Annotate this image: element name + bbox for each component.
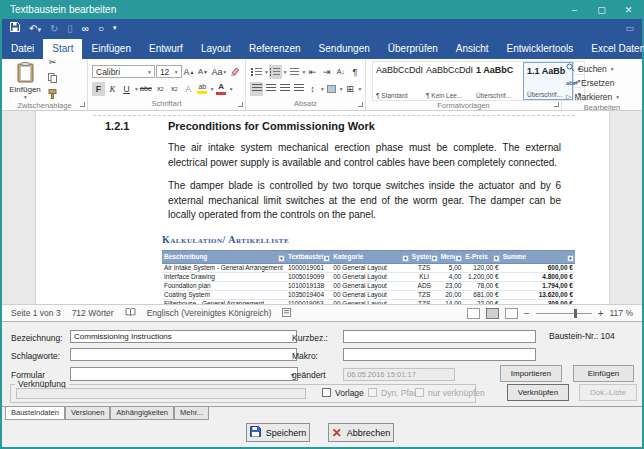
zoom-level[interactable]: 117 %	[610, 308, 633, 318]
bullet-list-icon[interactable]	[250, 65, 263, 79]
ribbon-tab-einf-gen[interactable]: Einfügen	[82, 39, 139, 59]
multilevel-list-icon[interactable]	[288, 65, 301, 79]
circle-icon[interactable]: ○	[98, 23, 104, 34]
ribbon-tab-entwicklertools[interactable]: Entwicklertools	[498, 39, 583, 59]
dialog-launcher-icon[interactable]	[554, 102, 559, 107]
strikethrough-button[interactable]: abc	[139, 82, 153, 96]
save-icon[interactable]	[10, 22, 20, 34]
abbrechen-button[interactable]: ✕ Abbrechen	[328, 423, 394, 442]
dialog-launcher-icon[interactable]	[80, 102, 85, 107]
font-name-combo[interactable]: Calibri▾	[92, 65, 155, 78]
borders-icon[interactable]: ⊞	[344, 82, 357, 96]
line-spacing-icon[interactable]: ↕	[306, 82, 319, 96]
pilcrow-icon[interactable]: ¶	[348, 65, 361, 79]
sort-icon[interactable]: A↓	[334, 65, 347, 79]
format-painter-icon[interactable]	[46, 87, 59, 101]
replace-button[interactable]: ab⇄ Ersetzen	[566, 76, 619, 89]
form-tab-versionen[interactable]: Versionen	[65, 407, 110, 420]
undo-icon[interactable]: ↶▾	[29, 23, 41, 34]
filter-dropdown-icon[interactable]: ▾	[567, 255, 574, 262]
ribbon-tab-entwurf[interactable]: Entwurf	[140, 39, 192, 59]
link-icon[interactable]: ∞	[82, 23, 89, 34]
underline-button[interactable]: U	[120, 82, 133, 96]
importieren-button[interactable]: Importieren	[500, 365, 562, 382]
filter-dropdown-icon[interactable]: ▾	[323, 255, 330, 262]
form-tab-mehr-[interactable]: Mehr...	[174, 407, 209, 420]
close-button[interactable]: ✕	[615, 0, 642, 19]
ribbon-tab-sendungen[interactable]: Sendungen	[310, 39, 379, 59]
cut-icon[interactable]: ✂	[46, 55, 59, 69]
highlight-dropdown-icon[interactable]: ▾	[211, 86, 214, 92]
checkbox-vorlage[interactable]: Vorlage	[322, 388, 364, 398]
schlagworte-input[interactable]	[70, 348, 297, 361]
copy-icon[interactable]	[46, 71, 59, 85]
clear-formatting-icon[interactable]	[228, 65, 241, 79]
read-mode-icon[interactable]	[467, 308, 480, 319]
makro-input[interactable]	[343, 348, 536, 361]
align-center-icon[interactable]	[264, 82, 277, 96]
maximize-button[interactable]: ▢	[588, 0, 615, 19]
filter-dropdown-icon[interactable]: ▾	[278, 255, 285, 262]
proofing-icon[interactable]	[125, 308, 136, 319]
dok-liste-button[interactable]: Dok.-Liste	[579, 384, 637, 401]
redo-icon[interactable]: ↻	[50, 23, 58, 34]
word-count[interactable]: 712 Wörter	[72, 308, 114, 318]
language-indicator[interactable]: Englisch (Vereinigtes Königreich)	[147, 308, 272, 318]
minimize-button[interactable]: –	[561, 0, 588, 19]
filter-dropdown-icon[interactable]: ▾	[493, 255, 500, 262]
filter-dropdown-icon[interactable]: ▾	[431, 255, 438, 262]
zoom-slider[interactable]	[536, 313, 592, 314]
formular-select[interactable]: ▾	[70, 367, 298, 381]
einfuegen-button[interactable]: Einfügen	[573, 365, 634, 382]
font-size-combo[interactable]: 12▾	[156, 65, 182, 78]
change-case-icon[interactable]: Aa▾	[211, 65, 227, 79]
form-tab-bausteindaten[interactable]: Bausteindaten	[5, 407, 65, 420]
new-document-icon[interactable]: ▯	[67, 23, 73, 34]
decrease-indent-icon[interactable]: ⇤	[306, 65, 319, 79]
select-button[interactable]: ▷ Markieren▾	[566, 90, 619, 103]
bold-button[interactable]: F	[92, 82, 105, 96]
style-card-2[interactable]: 1 AaBbCÜberschrif...	[473, 62, 523, 100]
style-card-1[interactable]: AaBbCcDdI¶ Kein Lee...	[423, 62, 473, 100]
ribbon-tab-ansicht[interactable]: Ansicht	[447, 39, 498, 59]
qat-customize-icon[interactable]: ▾	[113, 24, 117, 32]
font-color-button[interactable]: A	[215, 82, 228, 96]
shading-icon[interactable]	[325, 82, 338, 96]
document-page[interactable]: 1.2.1 Preconditions for Commissioning Wo…	[36, 111, 609, 304]
filter-dropdown-icon[interactable]: ▾	[455, 255, 462, 262]
underline-dropdown-icon[interactable]: ▾	[135, 86, 138, 92]
web-layout-icon[interactable]	[505, 308, 518, 319]
ribbon-tab--berpr-fen[interactable]: Überprüfen	[379, 39, 447, 59]
subscript-button[interactable]: x2	[154, 82, 167, 96]
numbered-list-icon[interactable]	[269, 65, 282, 79]
macro-status-icon[interactable]	[282, 308, 291, 319]
text-effects-icon[interactable]: A	[182, 82, 195, 96]
bezeichnung-input[interactable]	[70, 330, 297, 343]
form-tab-abh-ngigkeiten[interactable]: Abhängigkeiten	[110, 407, 174, 420]
ribbon-display-options-icon[interactable]: ▭	[625, 23, 634, 33]
align-left-icon[interactable]	[250, 82, 263, 96]
font-color-dropdown-icon[interactable]: ▾	[230, 86, 233, 92]
checkbox-box[interactable]	[322, 388, 331, 397]
kurzbez-input[interactable]	[343, 330, 536, 343]
dialog-launcher-icon[interactable]	[238, 102, 243, 107]
verknuepfen-button[interactable]: Verknüpfen	[507, 384, 569, 401]
superscript-button[interactable]: x2	[168, 82, 181, 96]
paste-button[interactable]: Einfügen ▾	[6, 62, 44, 100]
grow-font-icon[interactable]: A▲	[183, 65, 196, 79]
justify-icon[interactable]	[292, 82, 305, 96]
ribbon-tab-excel-daten[interactable]: Excel Daten	[582, 39, 644, 59]
shrink-font-icon[interactable]: A▼	[197, 65, 210, 79]
ribbon-tab-datei[interactable]: Datei	[2, 39, 43, 59]
ribbon-tab-layout[interactable]: Layout	[192, 39, 240, 59]
align-right-icon[interactable]	[278, 82, 291, 96]
zoom-slider-thumb[interactable]	[574, 309, 577, 318]
filter-dropdown-icon[interactable]: ▾	[402, 255, 409, 262]
zoom-in-icon[interactable]: +	[598, 308, 604, 319]
dialog-launcher-icon[interactable]	[358, 102, 363, 107]
find-button[interactable]: Suchen▾	[566, 62, 619, 75]
increase-indent-icon[interactable]: ⇥	[320, 65, 333, 79]
speichern-button[interactable]: Speichern	[246, 423, 310, 442]
italic-button[interactable]: K	[106, 82, 119, 96]
zoom-out-icon[interactable]: −	[524, 308, 530, 319]
